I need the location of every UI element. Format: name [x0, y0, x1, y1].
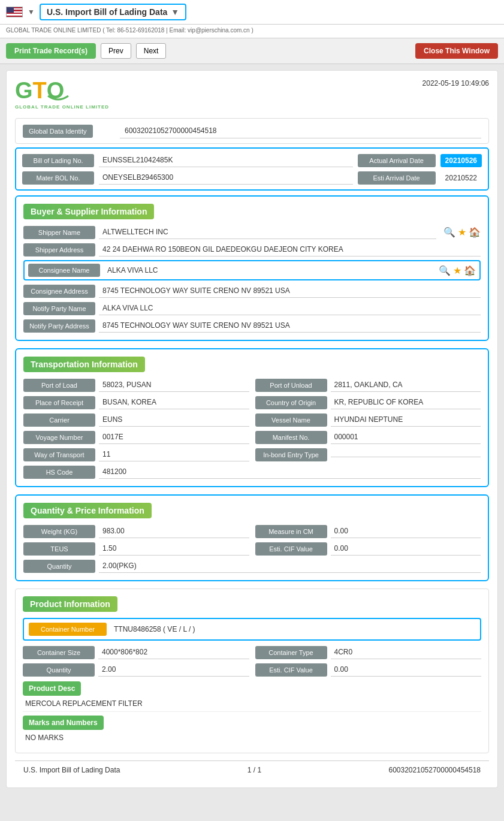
esti-cif-prod-label: Esti. CIF Value — [255, 663, 327, 677]
marks-area: Marks and Numbers NO MARKS — [23, 716, 481, 745]
logo-area: G T O GLOBAL TRADE ONLINE LIMITED 2022-0… — [15, 79, 489, 110]
shipper-name-value: ALTWELLTECH INC — [99, 225, 436, 239]
quantity-qp-label: Quantity — [23, 560, 95, 573]
master-bol-label: Mater BOL No. — [22, 171, 94, 185]
port-unload-value: 2811, OAKLAND, CA — [331, 378, 481, 392]
carrier-label: Carrier — [23, 413, 95, 427]
way-transport-label: Way of Transport — [23, 448, 95, 461]
shipper-name-label: Shipper Name — [23, 226, 95, 239]
esti-arrival-label: Esti Arrival Date — [358, 171, 436, 185]
global-id-value: 60032021052700000454518 — [120, 123, 481, 138]
bol-value: EUNSSEL21042485K — [99, 153, 353, 167]
quantity-price-section: Quantity & Price Information Weight (KG)… — [15, 494, 489, 581]
weight-label: Weight (KG) — [23, 525, 95, 538]
product-desc-value: MERCOLA REPLACEMENT FILTER — [23, 696, 481, 712]
product-desc-area: Product Desc MERCOLA REPLACEMENT FILTER — [23, 681, 481, 712]
way-inbond-row: Way of Transport 11 In-bond Entry Type — [23, 448, 481, 461]
inbond-field: In-bond Entry Type — [255, 448, 481, 461]
shipper-home-icon[interactable]: 🏠 — [469, 227, 481, 238]
flag-dropdown-arrow[interactable]: ▼ — [28, 8, 35, 16]
carrier-vessel-row: Carrier EUNS Vessel Name HYUNDAI NEPTUNE — [23, 413, 481, 427]
teus-label: TEUS — [23, 542, 95, 556]
place-receipt-label: Place of Receipt — [23, 396, 95, 409]
document-type-label: U.S. Import Bill of Lading Data — [47, 7, 167, 17]
dropdown-arrow-icon: ▼ — [171, 7, 179, 17]
bol-label: Bill of Lading No. — [22, 154, 94, 167]
port-load-field: Port of Load 58023, PUSAN — [23, 378, 249, 392]
port-load-value: 58023, PUSAN — [99, 378, 249, 392]
vessel-field: Vessel Name HYUNDAI NEPTUNE — [255, 413, 481, 427]
prev-button[interactable]: Prev — [101, 43, 131, 59]
transportation-title: Transportation Information — [23, 357, 145, 372]
carrier-field: Carrier EUNS — [23, 413, 249, 427]
consignee-address-value: 8745 TECHNOLOGY WAY SUITE CRENO NV 89521… — [99, 284, 481, 298]
close-button[interactable]: Close This Window — [415, 43, 498, 59]
main-content: G T O GLOBAL TRADE ONLINE LIMITED 2022-0… — [6, 70, 498, 788]
footer-id: 60032021052700000454518 — [389, 766, 481, 774]
measure-label: Measure in CM — [255, 525, 327, 538]
port-row: Port of Load 58023, PUSAN Port of Unload… — [23, 378, 481, 392]
shipper-name-row: Shipper Name ALTWELLTECH INC 🔍 ★ 🏠 — [23, 225, 481, 239]
shipper-search-icon[interactable]: 🔍 — [443, 227, 455, 238]
quantity-price-title: Quantity & Price Information — [23, 503, 152, 518]
voyage-manifest-row: Voyage Number 0017E Manifest No. 000001 — [23, 430, 481, 444]
document-type-dropdown[interactable]: U.S. Import Bill of Lading Data ▼ — [40, 4, 186, 20]
product-title: Product Information — [23, 596, 117, 612]
next-button[interactable]: Next — [136, 43, 167, 59]
consignee-home-icon[interactable]: 🏠 — [464, 265, 476, 276]
consignee-star-icon[interactable]: ★ — [453, 265, 461, 276]
bol-section: Bill of Lading No. EUNSSEL21042485K Actu… — [15, 147, 489, 191]
marks-label[interactable]: Marks and Numbers — [23, 716, 104, 730]
manifest-field: Manifest No. 000001 — [255, 430, 481, 444]
manifest-label: Manifest No. — [255, 431, 327, 444]
country-origin-label: Country of Origin — [255, 396, 327, 409]
place-receipt-field: Place of Receipt BUSAN, KOREA — [23, 396, 249, 409]
container-type-value: 4CR0 — [331, 645, 482, 659]
consignee-name-value: ALKA VIVA LLC — [104, 264, 431, 277]
arrival-date-value: 20210526 — [440, 154, 482, 167]
teus-value: 1.50 — [99, 542, 249, 556]
logo-curve-svg — [46, 95, 71, 103]
shipper-icons: 🔍 ★ 🏠 — [443, 227, 481, 238]
teus-cif-row: TEUS 1.50 Esti. CIF Value 0.00 — [23, 542, 481, 556]
logo-subtitle: GLOBAL TRADE ONLINE LIMITED — [15, 104, 109, 110]
quantity-prod-label: Quantity — [23, 663, 95, 677]
quantity-prod-field: Quantity 2.00 — [23, 663, 249, 677]
vessel-label: Vessel Name — [255, 413, 327, 427]
container-size-field: Container Size 4000*806*802 — [23, 645, 249, 659]
place-receipt-value: BUSAN, KOREA — [99, 396, 249, 409]
consignee-address-row: Consignee Address 8745 TECHNOLOGY WAY SU… — [23, 284, 481, 298]
product-section: Product Information Container Number TTN… — [15, 588, 489, 753]
logo-t: T — [33, 79, 47, 102]
footer-page-label: U.S. Import Bill of Lading Data — [23, 766, 120, 774]
notify-address-label: Notify Party Address — [23, 319, 95, 333]
esti-cif-qp-label: Esti. CIF Value — [255, 542, 327, 556]
shipper-star-icon[interactable]: ★ — [458, 227, 466, 238]
top-bar: ▼ U.S. Import Bill of Lading Data ▼ — [0, 0, 504, 25]
buyer-supplier-section: Buyer & Supplier Information Shipper Nam… — [15, 195, 489, 341]
quantity-qp-row: Quantity 2.00(PKG) — [23, 559, 481, 573]
weight-value: 983.00 — [99, 524, 249, 538]
logo-g: G — [15, 79, 33, 102]
container-number-label: Container Number — [29, 623, 107, 636]
company-logo: G T O GLOBAL TRADE ONLINE LIMITED — [15, 79, 109, 110]
container-size-value: 4000*806*802 — [98, 645, 249, 659]
weight-measure-row: Weight (KG) 983.00 Measure in CM 0.00 — [23, 524, 481, 538]
product-desc-label[interactable]: Product Desc — [23, 681, 81, 696]
quantity-qp-value: 2.00(PKG) — [99, 559, 481, 573]
voyage-field: Voyage Number 0017E — [23, 430, 249, 444]
country-origin-field: Country of Origin KR, REPUBLIC OF KOREA — [255, 396, 481, 409]
voyage-label: Voyage Number — [23, 431, 95, 444]
company-info: GLOBAL TRADE ONLINE LIMITED ( Tel: 86-51… — [6, 27, 253, 34]
quantity-cif-prod-row: Quantity 2.00 Esti. CIF Value 0.00 — [23, 663, 481, 677]
notify-name-value: ALKA VIVA LLC — [99, 301, 481, 315]
consignee-address-label: Consignee Address — [23, 285, 95, 298]
consignee-search-icon[interactable]: 🔍 — [439, 265, 451, 276]
footer-page-num: 1 / 1 — [248, 766, 261, 774]
hs-code-value: 481200 — [99, 465, 481, 479]
esti-cif-qp-value: 0.00 — [331, 542, 481, 556]
measure-value: 0.00 — [331, 524, 481, 538]
container-size-type-row: Container Size 4000*806*802 Container Ty… — [23, 645, 481, 659]
container-size-label: Container Size — [23, 646, 95, 659]
print-button[interactable]: Print Trade Record(s) — [6, 43, 96, 59]
